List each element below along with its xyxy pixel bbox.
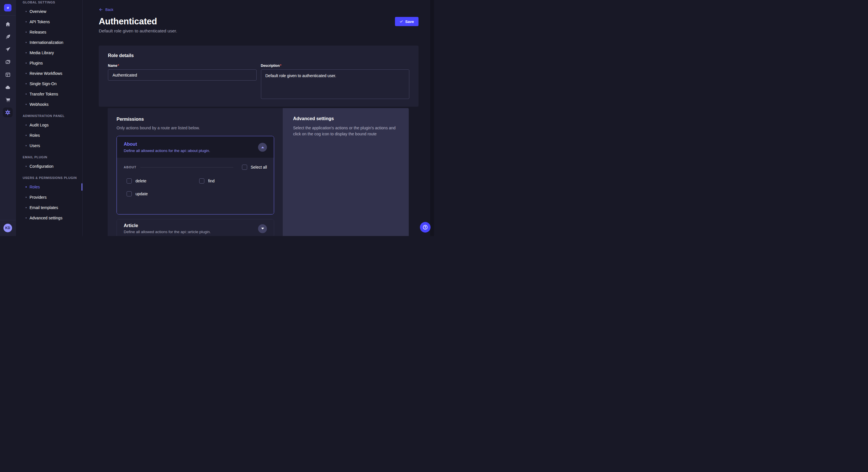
- sidebar-item-review-workflows[interactable]: Review Workflows: [16, 68, 82, 78]
- actions-grid: deletefindupdate: [127, 178, 267, 196]
- bullet-icon: [26, 73, 27, 74]
- checkbox[interactable]: [127, 191, 132, 196]
- settings-sidebar: GLOBAL SETTINGSOverviewAPI TokensRelease…: [16, 0, 83, 236]
- sidebar-item-plugins[interactable]: Plugins: [16, 58, 82, 68]
- settings-nav-button-active[interactable]: [3, 107, 12, 117]
- sidebar-item-overview[interactable]: Overview: [16, 6, 82, 16]
- cart-icon: [5, 97, 11, 103]
- required-asterisk: *: [280, 64, 282, 68]
- sidebar-item-advanced-settings[interactable]: Advanced settings: [16, 213, 82, 223]
- bullet-icon: [26, 63, 27, 64]
- sidebar-item-label: Roles: [30, 185, 40, 189]
- checkbox[interactable]: [199, 178, 205, 183]
- deploy-nav-button[interactable]: [1, 81, 14, 94]
- sidebar-item-media-library[interactable]: Media Library: [16, 47, 82, 58]
- bullet-icon: [26, 104, 27, 105]
- save-button[interactable]: Save: [395, 17, 418, 26]
- chevron-down-icon: [261, 228, 264, 229]
- user-avatar[interactable]: KD: [3, 224, 12, 232]
- bullet-icon: [26, 52, 27, 53]
- sidebar-item-providers[interactable]: Providers: [16, 192, 82, 202]
- sidebar-item-label: Providers: [30, 195, 46, 200]
- bullet-icon: [26, 187, 27, 188]
- media-library-nav-button[interactable]: [1, 56, 14, 68]
- select-all-checkbox[interactable]: [242, 165, 247, 170]
- gear-icon: [5, 109, 11, 115]
- sidebar-item-releases[interactable]: Releases: [16, 27, 82, 37]
- sidebar-item-webhooks[interactable]: Webhooks: [16, 99, 82, 109]
- bullet-icon: [26, 32, 27, 33]
- expand-button[interactable]: [258, 224, 267, 233]
- sidebar-item-transfer-tokens[interactable]: Transfer Tokens: [16, 89, 82, 99]
- bullet-icon: [26, 166, 27, 167]
- sidebar-item-label: Releases: [30, 30, 46, 34]
- sidebar-item-label: Transfer Tokens: [30, 92, 58, 96]
- sidebar-item-roles[interactable]: Roles: [16, 182, 82, 192]
- layout-icon: [5, 72, 11, 78]
- description-textarea[interactable]: Default role given to authenticated user…: [261, 69, 410, 99]
- sidebar-item-label: Webhooks: [30, 102, 49, 107]
- permissions-panel: Permissions Only actions bound by a rout…: [107, 108, 283, 236]
- sidebar-item-label: Review Workflows: [30, 71, 62, 76]
- media-images-icon: [5, 59, 11, 65]
- check-icon: [400, 20, 403, 23]
- sidebar-section-label: GLOBAL SETTINGS: [16, 1, 82, 6]
- advanced-settings-body: Select the application's actions or the …: [293, 125, 398, 137]
- sidebar-item-users[interactable]: Users: [16, 140, 82, 151]
- back-link[interactable]: Back: [99, 7, 113, 12]
- sidebar-item-single-sign-on[interactable]: Single Sign-On: [16, 78, 82, 89]
- permissions-block: Permissions Only actions bound by a rout…: [107, 108, 409, 236]
- home-nav-button[interactable]: [1, 18, 14, 30]
- bullet-icon: [26, 135, 27, 136]
- sidebar-section: EMAIL PLUGINConfiguration: [16, 156, 82, 171]
- sidebar-item-email-templates[interactable]: Email templates: [16, 202, 82, 213]
- permission-action-update[interactable]: update: [127, 191, 199, 196]
- sidebar-item-label: Configuration: [30, 164, 53, 169]
- chevron-up-icon: [261, 146, 264, 148]
- content-manager-nav-button[interactable]: [1, 30, 14, 43]
- advanced-settings-panel: Advanced settings Select the application…: [283, 108, 409, 236]
- accordion-about-header[interactable]: About Define all allowed actions for the…: [117, 136, 274, 158]
- name-input[interactable]: [108, 69, 257, 80]
- sidebar-item-api-tokens[interactable]: API Tokens: [16, 16, 82, 27]
- bullet-icon: [26, 145, 27, 146]
- group-label: ABOUT: [124, 165, 136, 169]
- sidebar-item-configuration[interactable]: Configuration: [16, 161, 82, 171]
- back-label: Back: [105, 8, 113, 12]
- releases-nav-button[interactable]: [1, 43, 14, 56]
- description-label: Description*: [261, 64, 282, 68]
- checkbox[interactable]: [127, 178, 132, 183]
- help-button[interactable]: [420, 222, 431, 233]
- accordion-about-description: Define all allowed actions for the api::…: [124, 148, 210, 153]
- bullet-icon: [26, 125, 27, 126]
- page-subtitle: Default role given to authenticated user…: [99, 28, 418, 34]
- collapse-button[interactable]: [258, 143, 267, 152]
- action-label: update: [135, 192, 148, 196]
- main-nav-rail: KD: [0, 0, 16, 236]
- select-all-control[interactable]: Select all: [242, 165, 267, 170]
- bullet-icon: [26, 207, 27, 208]
- permission-action-delete[interactable]: delete: [127, 178, 199, 183]
- content-type-builder-nav-button[interactable]: [1, 68, 14, 81]
- cloud-icon: [5, 84, 11, 90]
- arrow-left-icon: [99, 7, 103, 12]
- sidebar-item-label: Users: [30, 143, 40, 148]
- accordion-article-header[interactable]: Article Define all allowed actions for t…: [117, 220, 274, 236]
- strapi-logo[interactable]: [4, 4, 11, 11]
- marketplace-nav-button[interactable]: [1, 94, 14, 106]
- permission-action-find[interactable]: find: [199, 178, 267, 183]
- sidebar-item-roles[interactable]: Roles: [16, 130, 82, 140]
- sidebar-item-label: API Tokens: [30, 20, 50, 24]
- accordion-about-title: About: [124, 142, 210, 147]
- sidebar-section-label: USERS & PERMISSIONS PLUGIN: [16, 176, 82, 182]
- required-asterisk: *: [118, 64, 119, 68]
- accordion-about: About Define all allowed actions for the…: [117, 136, 274, 214]
- select-all-label: Select all: [251, 165, 267, 169]
- sidebar-item-label: Overview: [30, 9, 46, 14]
- save-label: Save: [405, 20, 414, 24]
- sidebar-item-audit-logs[interactable]: Audit Logs: [16, 120, 82, 130]
- sidebar-item-internationalization[interactable]: Internationalization: [16, 37, 82, 47]
- description-field-group: Description* Default role given to authe…: [261, 63, 410, 100]
- rail-divider: [0, 15, 16, 15]
- bullet-icon: [26, 197, 27, 198]
